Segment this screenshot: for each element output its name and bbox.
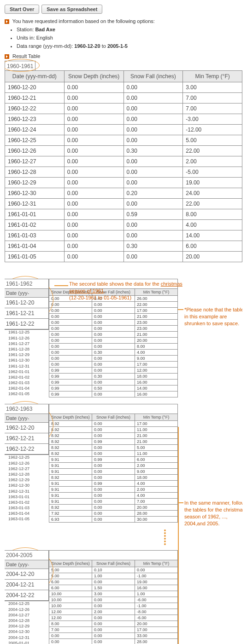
table-row: 9.910.002.00 — [49, 463, 178, 469]
table-cell: 0.99 — [49, 374, 92, 380]
table-cell: 8.92 — [49, 433, 92, 439]
table-row: 8.920.0018.00 — [49, 475, 178, 481]
table-cell: 21.00 — [135, 314, 178, 320]
table-cell: 6.93 — [49, 517, 92, 523]
table-cell: 0.00 — [49, 332, 92, 338]
column-header: Min Temp (°F) — [135, 560, 178, 567]
table-cell: 0.99 — [49, 385, 92, 391]
table-row: 9.910.007.00 — [49, 499, 178, 505]
option-station: Station: Bad Axe — [17, 27, 242, 32]
table-cell: 4.00 — [135, 493, 178, 499]
table-row: 8.920.0017.00 — [49, 421, 178, 427]
table-cell: 0.99 — [92, 457, 135, 463]
table-cell: 17.00 — [135, 421, 178, 427]
table-cell: 0.50 — [92, 385, 135, 391]
table-cell: 0.00 — [124, 104, 183, 114]
table-row: 8.920.9921.00 — [49, 439, 178, 445]
table-row: 1960-12-210.000.007.00 — [5, 93, 242, 104]
table-cell: 0.00 — [64, 114, 124, 125]
start-over-button[interactable]: Start Over — [5, 5, 39, 14]
table-cell: 30.00 — [135, 517, 178, 523]
station-label: Station: — [17, 27, 34, 32]
save-spreadsheet-button[interactable]: Save as Spreadsheet — [41, 5, 102, 14]
table-cell: 1962-01-03 — [8, 380, 29, 385]
table-cell: 1962-01-02 — [8, 374, 29, 380]
table-cell: 7.00 — [49, 627, 92, 633]
table-cell: 6.00 — [49, 579, 92, 585]
table-cell: 0.00 — [92, 633, 135, 639]
table-cell: 0.00 — [64, 178, 124, 188]
column-header: Snow Depth (inches) — [49, 560, 92, 567]
units-value: English — [36, 35, 53, 40]
station-value: Bad Axe — [35, 27, 55, 32]
table-row: 8.000.0020.00 — [49, 621, 178, 627]
table-cell: 1960-12-31 — [5, 199, 65, 209]
table-cell: 9.91 — [49, 487, 92, 493]
table-cell: 8.92 — [49, 451, 92, 457]
table-cell: 8.92 — [49, 421, 92, 427]
table-row: 8.920.005.00 — [49, 445, 178, 451]
table-cell: 2004-12-20 — [5, 569, 48, 580]
table-cell: 1962-12-22 — [5, 444, 48, 454]
table-cell: 1960-12-20 — [5, 82, 65, 93]
table-cell: 0.30 — [92, 350, 135, 356]
range-from: 1960-12-20 — [74, 43, 100, 49]
table-cell: 0.00 — [92, 427, 135, 433]
table-cell: 0.00 — [124, 82, 183, 93]
tables-container: 1960-1961Date (yyy-mm-dd)Snow Depth (inc… — [5, 61, 242, 644]
table-cell: 24.00 — [183, 188, 242, 199]
mini-left-column: 1962-1963Date (yyy-1962-12-201962-12-211… — [5, 404, 49, 455]
table-row: 1961-01-030.000.0014.00 — [5, 230, 242, 241]
annotation-3: *Please note that the tables in this exa… — [184, 306, 242, 327]
table-cell: 12.00 — [49, 609, 92, 615]
table-cell: 0.00 — [92, 517, 135, 523]
table-cell: 23.00 — [135, 320, 178, 326]
table-cell: 8.92 — [49, 505, 92, 511]
table-cell: 21.00 — [135, 439, 178, 445]
table-cell: 0.00 — [92, 368, 135, 374]
table-cell: 0.00 — [49, 320, 92, 326]
table-cell: 23.00 — [135, 326, 178, 332]
table-row: 12.000.00-6.00 — [49, 615, 178, 621]
result-table-label: Result Table — [5, 53, 242, 59]
range-to: 2005-1-5 — [107, 43, 128, 49]
table-row: 1960-12-310.000.0022.00 — [5, 199, 242, 209]
table-cell: 1962-12-31 — [8, 489, 29, 494]
table-cell: 1960-12-24 — [5, 125, 65, 135]
table-cell: 1.50 — [92, 585, 135, 591]
table-cell: 1961-12-20 — [5, 298, 48, 308]
table-cell: 0.00 — [124, 93, 183, 104]
column-header: Snow Fall (inches) — [92, 560, 135, 567]
table-cell: 1.00 — [92, 573, 135, 579]
table-cell: 0.00 — [92, 344, 135, 350]
table-cell: 19.00 — [183, 178, 242, 188]
table-cell: 0.00 — [92, 621, 135, 627]
table-cell: 2004-12-29 — [8, 623, 29, 629]
table-cell: 2005-01-01 — [8, 640, 29, 644]
table-cell: 1962-12-21 — [5, 433, 48, 444]
column-header: Snow Depth (inches) — [49, 414, 92, 421]
table-cell: 1961-12-30 — [8, 357, 29, 363]
table-cell: 0.10 — [92, 567, 135, 573]
table-cell: 0.00 — [49, 344, 92, 350]
table-cell: 0.00 — [49, 362, 92, 368]
table-cell: 0.00 — [124, 125, 183, 135]
table-cell: 1960-12-23 — [5, 114, 65, 125]
column-header: Date (yyy- — [5, 560, 48, 569]
table-row: 0.000.0017.00 — [49, 308, 178, 314]
table-row: 8.920.0020.00 — [49, 505, 178, 511]
table-cell: 33.00 — [135, 633, 178, 639]
data-table: Snow Depth (inches)Snow Fall (inches)Min… — [49, 404, 178, 523]
table-row: 1961-01-010.000.598.00 — [5, 209, 242, 220]
table-cell: 20.00 — [135, 621, 178, 627]
table-cell: 0.00 — [124, 199, 183, 209]
table-cell: 0.00 — [92, 469, 135, 475]
table-row: 0.000.0023.00 — [49, 326, 178, 332]
table-cell: 0.00 — [92, 493, 135, 499]
table-row: 7.920.0028.00 — [49, 511, 178, 517]
table-cell: 0.99 — [49, 391, 92, 397]
table-cell: 4.00 — [135, 481, 178, 487]
table-cell: 0.00 — [124, 178, 183, 188]
table-row: 1960-12-270.000.002.00 — [5, 156, 242, 167]
table-cell: 4.00 — [135, 350, 178, 356]
